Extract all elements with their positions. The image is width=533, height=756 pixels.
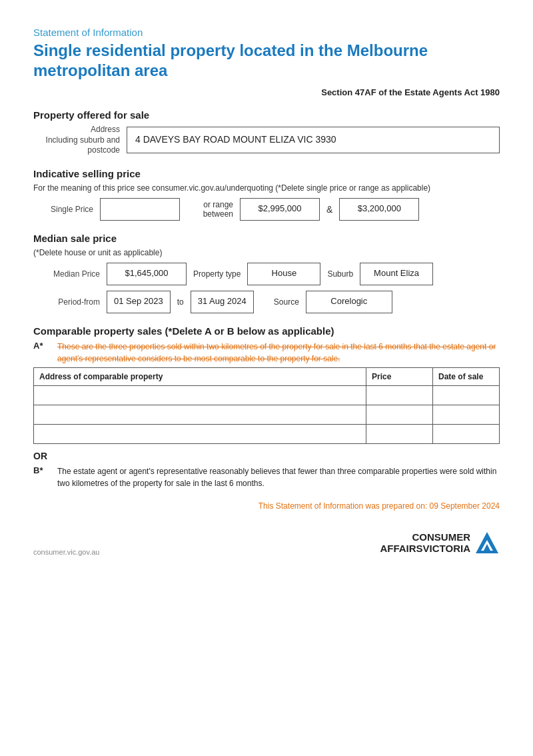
footer: consumer.vic.gov.au CONSUMER AFFAIRSVICT… xyxy=(33,531,500,556)
address-row: AddressIncluding suburb andpostcode 4 DA… xyxy=(33,125,500,156)
indicative-heading: Indicative selling price xyxy=(33,168,500,179)
row2-address[interactable] xyxy=(34,405,366,424)
table-row xyxy=(34,405,500,424)
table-row xyxy=(34,424,500,443)
median-section: Median sale price (*Delete house or unit… xyxy=(33,233,500,313)
to-label: to xyxy=(177,297,184,307)
comparable-section: Comparable property sales (*Delete A or … xyxy=(33,325,500,489)
row1-address[interactable] xyxy=(34,385,366,405)
median-heading: Median sale price xyxy=(33,233,500,244)
period-from-label: Period-from xyxy=(33,297,100,307)
logo-consumer: CONSUMER xyxy=(412,531,470,543)
prepared-line: This Statement of Information was prepar… xyxy=(33,501,500,511)
property-type-value[interactable]: House xyxy=(247,263,320,285)
row3-date[interactable] xyxy=(433,424,500,443)
single-price-label: Single Price xyxy=(33,205,93,214)
main-title: Single residential property located in t… xyxy=(33,41,500,81)
row2-price[interactable] xyxy=(366,405,433,424)
logo-area: CONSUMER AFFAIRSVICTORIA xyxy=(380,531,500,556)
suburb-label: Suburb xyxy=(327,269,353,279)
table-row xyxy=(34,385,500,405)
address-value: 4 DAVEYS BAY ROAD MOUNT ELIZA VIC 3930 xyxy=(127,127,500,153)
property-offered-heading: Property offered for sale xyxy=(33,109,500,121)
row3-address[interactable] xyxy=(34,424,366,443)
period-from-value[interactable]: 01 Sep 2023 xyxy=(107,291,171,313)
median-price-value[interactable]: $1,645,000 xyxy=(107,263,187,285)
a-strikethrough-text: These are the three properties sold with… xyxy=(57,342,496,363)
source-value[interactable]: Corelogic xyxy=(306,291,392,313)
row3-price[interactable] xyxy=(366,424,433,443)
indicative-note: For the meaning of this price see consum… xyxy=(33,183,500,193)
col-date: Date of sale xyxy=(433,367,500,385)
ampersand: & xyxy=(326,204,332,215)
b-text: The estate agent or agent's representati… xyxy=(57,465,500,489)
logo-victoria: VICTORIA xyxy=(423,543,470,554)
median-row-1: Median Price $1,645,000 Property type Ho… xyxy=(33,263,500,285)
statement-of-info-label: Statement of Information xyxy=(33,27,500,38)
property-type-label: Property type xyxy=(193,269,241,279)
single-price-box[interactable] xyxy=(100,198,180,221)
triangle-svg xyxy=(474,531,500,556)
logo-text: CONSUMER AFFAIRSVICTORIA xyxy=(380,532,470,554)
period-row: Period-from 01 Sep 2023 to 31 Aug 2024 S… xyxy=(33,291,500,313)
section-act: Section 47AF of the Estate Agents Act 19… xyxy=(33,87,500,97)
page-container: Statement of Information Single resident… xyxy=(33,27,500,556)
a-label: A* xyxy=(33,341,52,351)
comparable-b-section: B* The estate agent or agent's represent… xyxy=(33,465,500,489)
median-price-label: Median Price xyxy=(33,269,100,279)
indicative-section: Indicative selling price For the meaning… xyxy=(33,168,500,221)
price-row: Single Price or range between $2,995,000… xyxy=(33,198,500,221)
table-header-row: Address of comparable property Price Dat… xyxy=(34,367,500,385)
col-address: Address of comparable property xyxy=(34,367,366,385)
header-section: Statement of Information Single resident… xyxy=(33,27,500,97)
row2-date[interactable] xyxy=(433,405,500,424)
suburb-value[interactable]: Mount Eliza xyxy=(360,263,433,285)
col-price: Price xyxy=(366,367,433,385)
median-note: (*Delete house or unit as applicable) xyxy=(33,248,500,257)
footer-website: consumer.vic.gov.au xyxy=(33,548,99,556)
comparable-a-row: A* These are the three properties sold w… xyxy=(33,341,500,365)
comparable-heading: Comparable property sales (*Delete A or … xyxy=(33,325,500,337)
row1-price[interactable] xyxy=(366,385,433,405)
source-label: Source xyxy=(274,297,299,307)
logo-triangle xyxy=(474,531,500,556)
period-to-value[interactable]: 31 Aug 2024 xyxy=(191,291,254,313)
logo-affairs: AFFAIRS xyxy=(380,543,422,554)
range-high-box[interactable]: $3,200,000 xyxy=(339,198,419,221)
or-label: OR xyxy=(33,451,500,461)
row1-date[interactable] xyxy=(433,385,500,405)
range-low-box[interactable]: $2,995,000 xyxy=(240,198,320,221)
b-label: B* xyxy=(33,465,52,489)
comparable-table: Address of comparable property Price Dat… xyxy=(33,367,500,444)
address-label: AddressIncluding suburb andpostcode xyxy=(33,125,127,156)
or-range-label: or range between xyxy=(187,200,233,219)
property-offered-section: Property offered for sale AddressIncludi… xyxy=(33,109,500,156)
a-text: These are the three properties sold with… xyxy=(57,341,500,365)
